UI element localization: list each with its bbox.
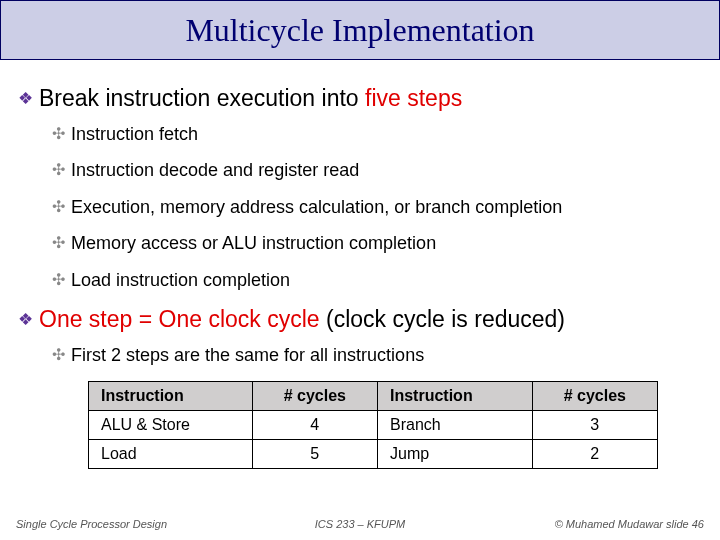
table-header: # cycles (532, 381, 657, 410)
bullet-1c: ✣Execution, memory address calculation, … (52, 196, 702, 219)
slide-title: Multicycle Implementation (185, 12, 534, 49)
diamond-bullet-icon: ❖ (18, 89, 33, 108)
bullet-2a-text: First 2 steps are the same for all instr… (71, 345, 424, 365)
maltese-bullet-icon: ✣ (52, 271, 65, 288)
bullet-2: ❖One step = One clock cycle (clock cycle… (18, 305, 702, 334)
table-header-row: Instruction # cycles Instruction # cycle… (89, 381, 658, 410)
maltese-bullet-icon: ✣ (52, 346, 65, 363)
title-bar: Multicycle Implementation (0, 0, 720, 60)
bullet-1a: ✣Instruction fetch (52, 123, 702, 146)
maltese-bullet-icon: ✣ (52, 161, 65, 178)
table-cell: ALU & Store (89, 410, 253, 439)
table-header: Instruction (89, 381, 253, 410)
bullet-1d-text: Memory access or ALU instruction complet… (71, 233, 436, 253)
table-cell: 4 (252, 410, 377, 439)
footer-left: Single Cycle Processor Design (16, 518, 245, 530)
table-cell: Load (89, 439, 253, 468)
slide-content: ❖Break instruction execution into five s… (0, 60, 720, 469)
maltese-bullet-icon: ✣ (52, 234, 65, 251)
bullet-1e: ✣Load instruction completion (52, 269, 702, 292)
bullet-2-suffix: (clock cycle is reduced) (320, 306, 565, 332)
bullet-1-highlight: five steps (365, 85, 462, 111)
maltese-bullet-icon: ✣ (52, 125, 65, 142)
diamond-bullet-icon: ❖ (18, 310, 33, 329)
bullet-1b: ✣Instruction decode and register read (52, 159, 702, 182)
table-cell: Jump (377, 439, 532, 468)
bullet-1-text: Break instruction execution into (39, 85, 365, 111)
table-row: ALU & Store 4 Branch 3 (89, 410, 658, 439)
bullet-2a: ✣First 2 steps are the same for all inst… (52, 344, 702, 367)
table-cell: Branch (377, 410, 532, 439)
table-row: Load 5 Jump 2 (89, 439, 658, 468)
bullet-1e-text: Load instruction completion (71, 270, 290, 290)
bullet-1c-text: Execution, memory address calculation, o… (71, 197, 562, 217)
table-header: # cycles (252, 381, 377, 410)
bullet-1a-text: Instruction fetch (71, 124, 198, 144)
maltese-bullet-icon: ✣ (52, 198, 65, 215)
bullet-1: ❖Break instruction execution into five s… (18, 84, 702, 113)
footer: Single Cycle Processor Design ICS 233 – … (0, 518, 720, 530)
footer-right: © Muhamed Mudawar slide 46 (475, 518, 704, 530)
cycles-table: Instruction # cycles Instruction # cycle… (88, 381, 658, 469)
table-cell: 3 (532, 410, 657, 439)
bullet-1d: ✣Memory access or ALU instruction comple… (52, 232, 702, 255)
table-cell: 2 (532, 439, 657, 468)
footer-center: ICS 233 – KFUPM (245, 518, 474, 530)
table-cell: 5 (252, 439, 377, 468)
bullet-2-highlight: One step = One clock cycle (39, 306, 320, 332)
table-header: Instruction (377, 381, 532, 410)
bullet-1b-text: Instruction decode and register read (71, 160, 359, 180)
